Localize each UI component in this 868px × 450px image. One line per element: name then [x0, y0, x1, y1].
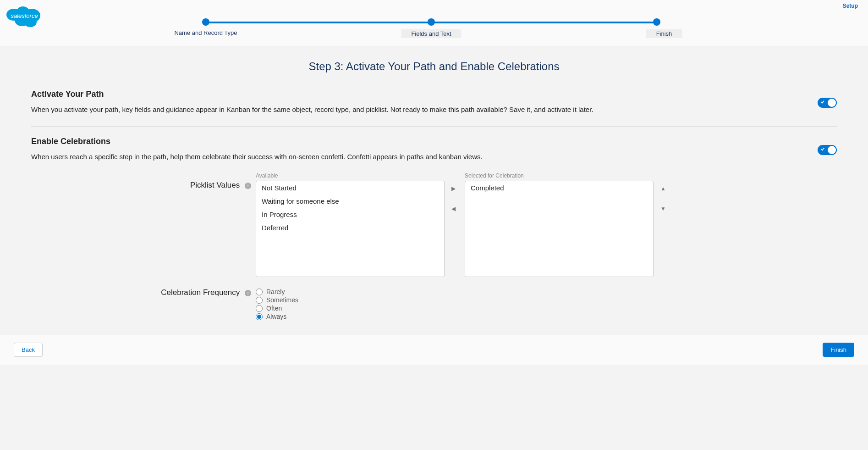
- radio-input[interactable]: [256, 305, 263, 312]
- frequency-option-often[interactable]: Often: [256, 305, 298, 312]
- list-item[interactable]: Completed: [465, 181, 653, 194]
- picklist-values-row: Picklist Values i Available Not Started …: [31, 172, 837, 277]
- page-title: Step 3: Activate Your Path and Enable Ce…: [31, 60, 837, 73]
- progress-step-1-label: Name and Record Type: [174, 29, 237, 36]
- available-listbox[interactable]: Not Started Waiting for someone else In …: [256, 181, 445, 277]
- celebrations-heading: Enable Celebrations: [31, 137, 799, 146]
- celebrations-description: When users reach a specific step in the …: [31, 152, 799, 161]
- frequency-radio-group: Rarely Sometimes Often Always: [256, 288, 298, 320]
- logo-text: salesforce: [11, 12, 38, 19]
- list-item[interactable]: In Progress: [256, 208, 444, 221]
- setup-link[interactable]: Setup: [843, 3, 858, 9]
- radio-label: Always: [266, 313, 286, 320]
- move-up-button[interactable]: ▲: [660, 185, 667, 192]
- activate-heading: Activate Your Path: [31, 89, 799, 99]
- frequency-option-always[interactable]: Always: [256, 313, 298, 320]
- info-icon[interactable]: i: [245, 290, 251, 296]
- back-button[interactable]: Back: [14, 343, 43, 357]
- frequency-option-sometimes[interactable]: Sometimes: [256, 296, 298, 304]
- activate-toggle[interactable]: [818, 98, 837, 108]
- progress-indicator: Name and Record Type Fields and Text Fin…: [202, 3, 660, 39]
- activate-description: When you activate your path, key fields …: [31, 105, 799, 114]
- available-label: Available: [256, 172, 445, 179]
- move-right-button[interactable]: ▶: [451, 185, 458, 192]
- picklist-values-label: Picklist Values: [190, 181, 240, 189]
- list-item[interactable]: Deferred: [256, 221, 444, 234]
- radio-label: Sometimes: [266, 296, 298, 304]
- progress-step-3-node[interactable]: [653, 18, 660, 26]
- header: salesforce Setup Name and Record Type Fi…: [0, 0, 868, 46]
- move-left-button[interactable]: ◀: [451, 206, 458, 212]
- check-icon: [820, 147, 825, 151]
- progress-step-2-node[interactable]: [428, 18, 435, 26]
- selected-listbox[interactable]: Completed: [465, 181, 654, 277]
- enable-celebrations-section: Enable Celebrations When users reach a s…: [31, 137, 837, 161]
- check-icon: [820, 100, 825, 104]
- frequency-option-rarely[interactable]: Rarely: [256, 288, 298, 295]
- footer: Back Finish: [0, 334, 868, 365]
- radio-label: Rarely: [266, 288, 285, 295]
- selected-label: Selected for Celebration: [465, 172, 654, 179]
- finish-button[interactable]: Finish: [823, 343, 854, 357]
- info-icon[interactable]: i: [245, 183, 251, 189]
- divider: [31, 126, 837, 127]
- salesforce-logo: salesforce: [4, 2, 45, 32]
- radio-label: Often: [266, 305, 282, 312]
- main-content: Step 3: Activate Your Path and Enable Ce…: [0, 46, 868, 334]
- list-item[interactable]: Not Started: [256, 181, 444, 194]
- activate-path-section: Activate Your Path When you activate you…: [31, 89, 837, 114]
- celebration-frequency-label: Celebration Frequency: [161, 288, 240, 297]
- celebration-frequency-row: Celebration Frequency i Rarely Sometimes…: [31, 288, 837, 320]
- list-item[interactable]: Waiting for someone else: [256, 194, 444, 208]
- celebrations-toggle[interactable]: [818, 145, 837, 155]
- move-down-button[interactable]: ▼: [660, 206, 667, 212]
- radio-input[interactable]: [256, 289, 263, 295]
- progress-step-1-node[interactable]: [202, 18, 209, 26]
- progress-step-2-label: Fields and Text: [401, 29, 461, 38]
- progress-step-3-label: Finish: [646, 29, 682, 38]
- radio-input[interactable]: [256, 297, 263, 304]
- radio-input[interactable]: [256, 313, 263, 320]
